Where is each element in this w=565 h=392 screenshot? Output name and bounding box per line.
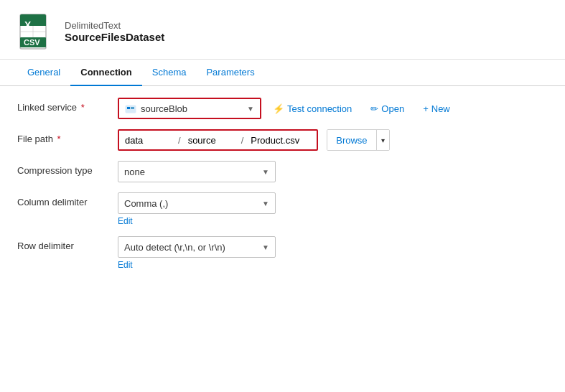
- file-path-controls: / / Browse ▾: [118, 129, 548, 151]
- compression-type-value: none: [124, 167, 258, 177]
- file-path-segment1[interactable]: [119, 132, 177, 149]
- linked-service-label: Linked service *: [17, 98, 118, 113]
- file-path-row: File path * / / Browse ▾: [17, 129, 548, 151]
- header-text: DelimitedText SourceFilesDataset: [65, 20, 164, 43]
- column-delimiter-dropdown[interactable]: Comma (,) ▼: [118, 192, 276, 214]
- browse-main-button[interactable]: Browse: [327, 130, 376, 150]
- header-area: X CSV DelimitedText SourceFilesDataset: [0, 0, 565, 60]
- file-path-required: *: [55, 134, 61, 144]
- main-container: X CSV DelimitedText SourceFilesDataset G…: [0, 0, 565, 392]
- required-star: *: [78, 102, 85, 113]
- svg-text:X: X: [24, 19, 32, 31]
- svg-rect-10: [131, 107, 134, 109]
- row-delimiter-arrow: ▼: [262, 243, 269, 251]
- row-delimiter-label: Row delimiter: [17, 236, 118, 251]
- tab-connection[interactable]: Connection: [70, 60, 142, 86]
- dataset-type: DelimitedText: [65, 20, 164, 31]
- compression-type-dropdown[interactable]: none ▼: [118, 161, 276, 182]
- open-icon: ✏: [370, 103, 378, 114]
- csv-icon: X CSV: [17, 13, 55, 50]
- file-path-label: File path *: [17, 129, 118, 144]
- linked-service-value: sourceBlob: [141, 103, 243, 114]
- tab-parameters[interactable]: Parameters: [196, 60, 264, 86]
- new-icon: +: [423, 103, 429, 114]
- row-delimiter-row: Row delimiter Auto detect (\r,\n, or \r\…: [17, 236, 548, 270]
- linked-service-arrow: ▼: [247, 105, 254, 113]
- new-button[interactable]: + New: [416, 98, 457, 119]
- compression-type-controls: none ▼: [118, 161, 548, 182]
- browse-dropdown-button[interactable]: ▾: [377, 130, 389, 150]
- column-delimiter-label: Column delimiter: [17, 192, 118, 207]
- column-delimiter-row: Column delimiter Comma (,) ▼ Edit: [17, 192, 548, 226]
- compression-type-row: Compression type none ▼: [17, 161, 548, 182]
- test-connection-button[interactable]: ⚡ Test connection: [266, 98, 359, 119]
- column-delimiter-arrow: ▼: [262, 200, 269, 207]
- row-delimiter-edit[interactable]: Edit: [118, 260, 276, 270]
- svg-text:CSV: CSV: [24, 38, 40, 47]
- tab-general[interactable]: General: [17, 60, 70, 86]
- file-path-group: / /: [118, 129, 318, 151]
- column-delimiter-value: Comma (,): [124, 198, 258, 209]
- dataset-name: SourceFilesDataset: [65, 31, 164, 43]
- content-area: Linked service * sourceBlob ▼: [0, 86, 565, 392]
- tab-schema[interactable]: Schema: [142, 60, 197, 86]
- test-connection-icon: ⚡: [273, 103, 284, 114]
- column-delimiter-edit[interactable]: Edit: [118, 216, 276, 226]
- svg-rect-9: [127, 107, 130, 109]
- blob-service-icon: [125, 103, 136, 114]
- separator2: /: [240, 135, 246, 146]
- linked-service-controls: sourceBlob ▼ ⚡ Test connection ✏ Open + …: [118, 98, 548, 119]
- file-path-segment2[interactable]: [182, 132, 240, 149]
- column-delimiter-controls: Comma (,) ▼ Edit: [118, 192, 276, 226]
- tabs-bar: General Connection Schema Parameters: [0, 60, 565, 86]
- row-delimiter-dropdown[interactable]: Auto detect (\r,\n, or \r\n) ▼: [118, 236, 276, 258]
- row-delimiter-value: Auto detect (\r,\n, or \r\n): [124, 242, 258, 253]
- compression-type-label: Compression type: [17, 161, 118, 176]
- browse-button-group: Browse ▾: [327, 129, 389, 151]
- open-button[interactable]: ✏ Open: [363, 98, 411, 119]
- linked-service-row: Linked service * sourceBlob ▼: [17, 98, 548, 119]
- linked-service-dropdown[interactable]: sourceBlob ▼: [118, 98, 261, 119]
- row-delimiter-controls: Auto detect (\r,\n, or \r\n) ▼ Edit: [118, 236, 276, 270]
- file-path-segment3[interactable]: [245, 132, 317, 149]
- compression-type-arrow: ▼: [262, 168, 269, 176]
- separator1: /: [177, 135, 182, 146]
